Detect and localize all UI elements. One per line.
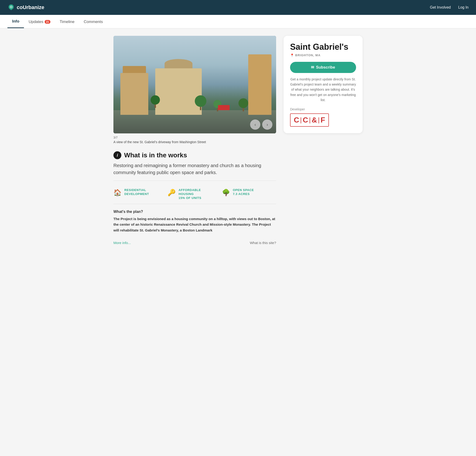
dev-sep3: | [318,116,320,124]
developer-label: Developer [290,107,356,111]
section-heading: i What is in the works [113,151,276,159]
main-content: ‹ › 3/7 A view of the new St. Gabriel's … [108,36,368,245]
stats-row: 🏠 RESIDENTIALDEVELOPMENT 🔑 AFFORDABLEHOU… [113,185,276,204]
subscribe-button[interactable]: ✉ Subscribe [290,62,356,73]
tree-4 [238,98,248,111]
location-row: 📍 BRIGHTON, MA [290,53,356,57]
project-image-container: ‹ › [113,36,276,133]
residential-icon: 🏠 [113,189,122,196]
right-sidebar: Saint Gabriel's 📍 BRIGHTON, MA ✉ Subscri… [284,36,363,245]
project-title: Saint Gabriel's [290,42,356,51]
prev-image-button[interactable]: ‹ [250,119,260,130]
login-link[interactable]: Log In [458,5,468,9]
tab-info-label: Info [12,19,19,24]
dev-f: F [321,116,325,124]
dev-c1: C [294,116,299,124]
plan-text-bold: The Project is being envisioned as a hou… [113,217,275,232]
residential-label: RESIDENTIALDEVELOPMENT [124,188,149,196]
tab-updates-label: Updates [29,19,43,24]
image-caption: 3/7 A view of the new St. Gabriel's driv… [113,133,276,145]
get-involved-link[interactable]: Get Involved [430,5,451,9]
tree-2 [195,95,206,110]
image-wrapper: ‹ › 3/7 A view of the new St. Gabriel's … [113,36,276,145]
stat-residential: 🏠 RESIDENTIALDEVELOPMENT [113,188,168,200]
logo[interactable]: coUrbanize [8,4,44,11]
project-image: ‹ › [113,36,276,133]
car-red [218,105,230,110]
what-is-site-link[interactable]: What is this site? [250,241,276,245]
dev-amp: & [312,116,317,124]
section-title-text: What is in the works [124,152,187,159]
info-icon: i [113,151,121,159]
subscribe-description: Get a monthly project update directly fr… [290,77,356,103]
left-column: ‹ › 3/7 A view of the new St. Gabriel's … [113,36,276,245]
tabs-bar: Info Updates 21 Timeline Comments [0,15,476,28]
header-nav: Get Involved Log In [430,5,468,9]
affordable-label: AFFORDABLEHOUSING15% OF UNITS [178,188,201,200]
stats-divider-top [113,181,276,181]
tab-timeline[interactable]: Timeline [55,15,79,28]
location-pin-icon: 📍 [290,53,294,57]
location-text: BRIGHTON, MA [295,53,321,57]
header: coUrbanize Get Involved Log In [0,0,476,15]
section-subtitle: Restoring and reimagining a former monas… [113,162,276,176]
building-left [120,73,148,115]
more-info-link[interactable]: More info... [113,241,131,245]
building-right [248,54,272,115]
updates-badge: 21 [45,20,50,24]
envelope-icon: ✉ [311,65,314,69]
image-nav: ‹ › [250,119,272,130]
footer-links: More info... What is this site? [113,238,276,245]
developer-logo: C | C | & | F [290,113,329,127]
logo-text: coUrbanize [17,4,44,10]
dev-c2: C [303,116,308,124]
open-space-icon: 🌳 [222,189,230,196]
tab-updates[interactable]: Updates 21 [24,15,55,28]
caption-text: A view of the new St. Gabriel's driveway… [113,140,276,144]
image-counter: 3/7 [113,136,276,139]
dev-sep2: | [309,116,311,124]
plan-text: The Project is being envisioned as a hou… [113,216,276,233]
stat-affordable: 🔑 AFFORDABLEHOUSING15% OF UNITS [168,188,222,200]
plan-section: What's the plan? The Project is being en… [113,210,276,233]
sidebar-card: Saint Gabriel's 📍 BRIGHTON, MA ✉ Subscri… [284,36,363,133]
tab-comments[interactable]: Comments [79,15,107,28]
affordable-icon: 🔑 [168,189,176,196]
plan-heading: What's the plan? [113,210,276,214]
tab-comments-label: Comments [84,19,103,24]
next-image-button[interactable]: › [262,119,272,130]
tab-timeline-label: Timeline [60,19,75,24]
logo-icon [8,4,15,11]
stat-open-space: 🌳 OPEN SPACE7.3 ACRES [222,188,276,200]
subscribe-label: Subscribe [316,65,335,70]
tab-info[interactable]: Info [8,15,24,28]
tree-1 [151,95,160,108]
svg-point-2 [10,6,12,8]
open-space-label: OPEN SPACE7.3 ACRES [233,188,254,196]
dev-sep1: | [300,116,302,124]
